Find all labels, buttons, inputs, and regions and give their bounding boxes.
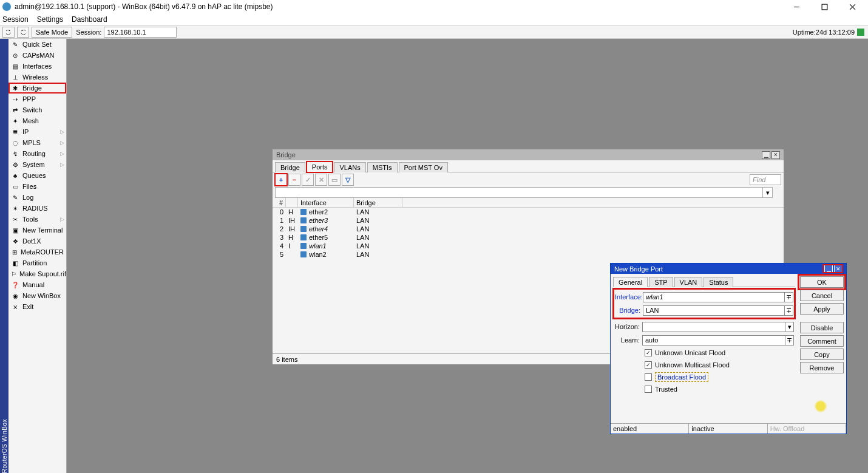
sidebar-item-queues[interactable]: ♣Queues (8, 170, 66, 181)
remove-button[interactable]: Remove (800, 362, 844, 373)
table-row[interactable]: 3Hether5LAN (273, 233, 784, 242)
trusted-row[interactable]: Trusted (614, 383, 794, 395)
menu-session[interactable]: Session (2, 15, 29, 24)
sidebar-icon: ⚙ (11, 160, 19, 169)
apply-button[interactable]: Apply (800, 303, 844, 315)
safe-mode-button[interactable]: Safe Mode (32, 27, 72, 38)
unknown-unicast-row[interactable]: Unknown Unicast Flood (614, 347, 794, 359)
broadcast-flood-row[interactable]: Broadcast Flood (614, 371, 794, 383)
checkbox-icon[interactable] (645, 361, 652, 369)
checkbox-icon[interactable] (645, 373, 652, 381)
redo-button[interactable] (17, 27, 29, 38)
sidebar-item-manual[interactable]: ❓Manual (8, 279, 66, 290)
col-bridge[interactable]: Bridge (354, 198, 402, 207)
comment-button[interactable]: ▭ (328, 174, 341, 186)
sidebar-icon: ❓ (11, 281, 19, 289)
table-row[interactable]: 1IHether3LAN (273, 216, 784, 225)
bridge-close-icon[interactable]: ✕ (771, 151, 780, 159)
table-row[interactable]: 2IHether4LAN (273, 225, 784, 233)
sidebar-item-exit[interactable]: ⨯Exit (8, 301, 66, 312)
enable-button[interactable]: ✓ (302, 174, 314, 186)
dialog-tab-general[interactable]: General (613, 277, 648, 287)
sidebar-item-interfaces[interactable]: ▤Interfaces (8, 61, 66, 72)
dialog-minimize-icon[interactable]: ▁ (824, 265, 833, 273)
copy-button[interactable]: Copy (800, 349, 844, 360)
sidebar-item-mpls[interactable]: ◌MPLS▷ (8, 137, 66, 148)
session-input[interactable]: 192.168.10.1 (104, 27, 177, 38)
sidebar-item-new-terminal[interactable]: ▣New Terminal (8, 225, 66, 236)
sidebar-item-make-supout-rif[interactable]: ⚐Make Supout.rif (8, 268, 66, 279)
table-row[interactable]: 0Hether2LAN (273, 208, 784, 216)
sidebar-item-wireless[interactable]: ⊥Wireless (8, 72, 66, 83)
checkbox-icon[interactable] (645, 386, 652, 393)
dropdown-arrow-icon[interactable]: ∓ (784, 293, 793, 302)
menu-settings[interactable]: Settings (37, 15, 63, 24)
tab-bridge[interactable]: Bridge (275, 162, 305, 172)
learn-input[interactable]: auto∓ (642, 335, 794, 345)
dialog-tab-vlan[interactable]: VLAN (674, 277, 703, 287)
sidebar-item-dot1x[interactable]: ❖Dot1X (8, 236, 66, 247)
disable-button[interactable]: ✕ (315, 174, 327, 186)
checkbox-icon[interactable] (645, 349, 652, 356)
sidebar-item-mesh[interactable]: ✦Mesh (8, 115, 66, 126)
unknown-multicast-row[interactable]: Unknown Multicast Flood (614, 359, 794, 371)
sidebar-item-bridge[interactable]: ✱Bridge (8, 83, 66, 94)
cancel-button[interactable]: Cancel (800, 290, 844, 301)
bridge-input[interactable]: LAN∓ (643, 305, 793, 316)
col-flag[interactable] (286, 198, 298, 207)
sidebar-item-system[interactable]: ⚙System▷ (8, 159, 66, 170)
submenu-icon: ▷ (60, 162, 64, 168)
sidebar-item-metarouter[interactable]: ⊞MetaROUTER (8, 247, 66, 257)
bridge-tabs: BridgePortsVLANsMSTIsPort MST Ov (273, 160, 784, 172)
dialog-tab-stp[interactable]: STP (649, 277, 673, 287)
bridge-toolbar: + − ✓ ✕ ▭ ▽ Find (273, 172, 784, 187)
sidebar-item-ppp[interactable]: ⇢PPP (8, 94, 66, 104)
remove-button[interactable]: − (288, 174, 300, 186)
bridge-window-title-text: Bridge (276, 151, 296, 158)
filter-button[interactable]: ▽ (342, 174, 354, 186)
dialog-title[interactable]: New Bridge Port ▁ ✕ (611, 264, 846, 274)
comment-button[interactable]: Comment (800, 335, 844, 347)
maximize-button[interactable] (816, 1, 833, 12)
sidebar-item-routing[interactable]: ↯Routing▷ (8, 148, 66, 159)
sidebar-item-radius[interactable]: ✶RADIUS (8, 203, 66, 214)
filter-dropdown[interactable]: ▾ (275, 187, 773, 198)
tab-ports[interactable]: Ports (307, 162, 333, 172)
sidebar-item-switch[interactable]: ⇄Switch (8, 104, 66, 115)
sidebar-item-quick-set[interactable]: ✎Quick Set (8, 39, 66, 50)
undo-button[interactable] (2, 27, 15, 38)
sidebar-icon: ❖ (11, 237, 19, 245)
ok-button[interactable]: OK (800, 276, 844, 288)
sidebar-item-label: CAPsMAN (22, 52, 55, 59)
sidebar-item-capsman[interactable]: ⊙CAPsMAN (8, 50, 66, 61)
sidebar-item-files[interactable]: ▭Files (8, 181, 66, 192)
sidebar-item-partition[interactable]: ◧Partition (8, 257, 66, 268)
dropdown-arrow-icon[interactable]: ∓ (784, 306, 793, 315)
menubar: Session Settings Dashboard (0, 13, 868, 26)
menu-dashboard[interactable]: Dashboard (72, 15, 107, 24)
add-button[interactable]: + (275, 174, 287, 186)
sidebar-item-log[interactable]: ✎Log (8, 192, 66, 203)
interface-input[interactable]: wlan1∓ (643, 292, 793, 302)
sidebar-item-tools[interactable]: ✂Tools▷ (8, 214, 66, 225)
tab-port-mst-ov[interactable]: Port MST Ov (399, 162, 448, 172)
sidebar-item-ip[interactable]: ≣IP▷ (8, 126, 66, 137)
col-seq[interactable]: # (273, 198, 286, 207)
dialog-close-icon[interactable]: ✕ (834, 265, 843, 273)
table-row[interactable]: 4Iwlan1LAN (273, 242, 784, 250)
horizon-input[interactable]: ▾ (642, 322, 794, 332)
table-row[interactable]: 5wlan2LAN (273, 250, 784, 259)
close-button[interactable] (844, 1, 861, 12)
col-interface[interactable]: Interface (298, 198, 354, 207)
sidebar-item-new-winbox[interactable]: ◉New WinBox (8, 290, 66, 301)
dialog-tab-status[interactable]: Status (704, 277, 733, 287)
minimize-button[interactable] (788, 1, 805, 12)
bridge-window-title[interactable]: Bridge ▁ ✕ (273, 149, 784, 160)
disable-button[interactable]: Disable (800, 322, 844, 333)
find-input[interactable]: Find (750, 174, 781, 185)
tab-mstis[interactable]: MSTIs (367, 162, 398, 172)
bridge-minimize-icon[interactable]: ▁ (762, 151, 770, 159)
dropdown-arrow-icon[interactable]: ∓ (785, 336, 793, 345)
tab-vlans[interactable]: VLANs (334, 162, 365, 172)
dropdown-arrow-icon[interactable]: ▾ (785, 322, 793, 332)
